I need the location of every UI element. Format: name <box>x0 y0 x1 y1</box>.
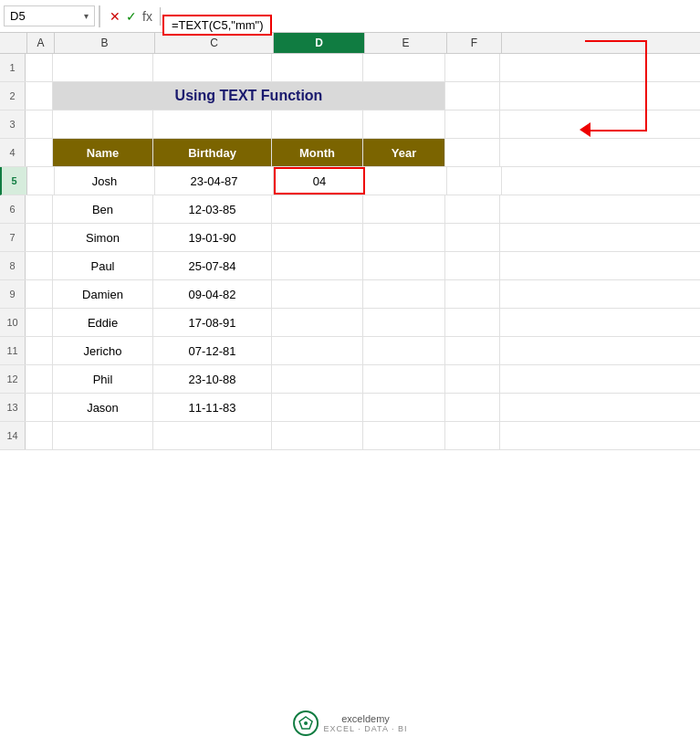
cell-b1[interactable] <box>53 54 153 81</box>
cell-a5[interactable] <box>27 167 55 195</box>
cell-e5-year[interactable] <box>365 167 447 195</box>
watermark-name: exceldemy <box>324 713 408 724</box>
cell-c5-birthday[interactable]: 23-04-87 <box>155 167 274 195</box>
cell-a3[interactable] <box>26 110 53 138</box>
cell-b9[interactable]: Damien <box>53 280 153 308</box>
col-header-d[interactable]: D <box>274 33 365 53</box>
cell-a12[interactable] <box>26 365 53 393</box>
cell-e13[interactable] <box>363 394 445 421</box>
cell-a2[interactable] <box>26 82 53 110</box>
cell-e7[interactable] <box>363 224 445 251</box>
grid-row: 1 <box>0 54 700 82</box>
cell-e14[interactable] <box>363 422 445 449</box>
grid-row-10: 10 Eddie 17-08-91 <box>0 309 700 337</box>
cell-d1[interactable] <box>272 54 363 81</box>
cell-a11[interactable] <box>26 337 53 364</box>
cell-c3[interactable] <box>153 110 272 138</box>
cell-a4[interactable] <box>26 139 53 166</box>
cell-c6[interactable]: 12-03-85 <box>153 195 272 223</box>
col-header-b[interactable]: B <box>55 33 155 53</box>
row-num-9: 9 <box>0 280 26 308</box>
cell-d6[interactable] <box>272 195 363 223</box>
cell-a7[interactable] <box>26 224 53 251</box>
formula-divider <box>160 7 161 26</box>
cell-b13[interactable]: Jason <box>53 394 153 421</box>
cell-a1[interactable] <box>26 54 53 81</box>
cell-d3[interactable] <box>272 110 363 138</box>
cell-b6[interactable]: Ben <box>53 195 153 223</box>
cell-c8[interactable]: 25-07-84 <box>153 252 272 279</box>
cell-e8[interactable] <box>363 252 445 279</box>
confirm-formula-icon[interactable]: ✓ <box>126 9 137 24</box>
cell-e1[interactable] <box>363 54 445 81</box>
cell-f14[interactable] <box>445 422 500 449</box>
formula-text: =TEXT(C5,"mm") <box>172 18 264 32</box>
row-num-8: 8 <box>0 252 26 279</box>
cell-b8[interactable]: Paul <box>53 252 153 279</box>
cell-d9[interactable] <box>272 280 363 308</box>
row-num-7: 7 <box>0 224 26 251</box>
cell-f4[interactable] <box>445 139 500 166</box>
cell-d12[interactable] <box>272 365 363 393</box>
corner-header <box>0 33 27 53</box>
cell-a8[interactable] <box>26 252 53 279</box>
cell-e11[interactable] <box>363 337 445 364</box>
cell-b5-name[interactable]: Josh <box>55 167 155 195</box>
col-header-f[interactable]: F <box>447 33 502 53</box>
cell-c11[interactable]: 07-12-81 <box>153 337 272 364</box>
cell-f8[interactable] <box>445 252 500 279</box>
cell-d14[interactable] <box>272 422 363 449</box>
cell-c9[interactable]: 09-04-82 <box>153 280 272 308</box>
fx-icon[interactable]: fx <box>142 9 152 24</box>
watermark-tagline: EXCEL · DATA · BI <box>324 724 408 733</box>
cell-b10[interactable]: Eddie <box>53 309 153 336</box>
cell-f12[interactable] <box>445 365 500 393</box>
cell-d10[interactable] <box>272 309 363 336</box>
cell-a10[interactable] <box>26 309 53 336</box>
col-header-c[interactable]: C <box>155 33 274 53</box>
cell-f13[interactable] <box>445 394 500 421</box>
cancel-formula-icon[interactable]: ✕ <box>110 9 120 24</box>
row-num-13: 13 <box>0 394 26 421</box>
cell-f1[interactable] <box>445 54 500 81</box>
cell-f6[interactable] <box>445 195 500 223</box>
cell-d8[interactable] <box>272 252 363 279</box>
cell-d7[interactable] <box>272 224 363 251</box>
cell-c13[interactable]: 11-11-83 <box>153 394 272 421</box>
cell-b11[interactable]: Jericho <box>53 337 153 364</box>
cell-e10[interactable] <box>363 309 445 336</box>
formula-bar: D5 ▾ ✕ ✓ fx =TEXT(C5,"mm") <box>0 0 700 33</box>
cell-e9[interactable] <box>363 280 445 308</box>
cell-c10[interactable]: 17-08-91 <box>153 309 272 336</box>
cell-f11[interactable] <box>445 337 500 364</box>
cell-a13[interactable] <box>26 394 53 421</box>
spreadsheet-container: A B C D E F 1 2 Using TEXT Function <box>0 33 700 450</box>
cell-f7[interactable] <box>445 224 500 251</box>
cell-b3[interactable] <box>53 110 153 138</box>
cell-a6[interactable] <box>26 195 53 223</box>
cell-b12[interactable]: Phil <box>53 365 153 393</box>
cell-f5[interactable] <box>447 167 502 195</box>
cell-c7[interactable]: 19-01-90 <box>153 224 272 251</box>
cell-e12[interactable] <box>363 365 445 393</box>
cell-c1[interactable] <box>153 54 272 81</box>
cell-c14[interactable] <box>153 422 272 449</box>
cell-b14[interactable] <box>53 422 153 449</box>
cell-e6[interactable] <box>363 195 445 223</box>
cell-d11[interactable] <box>272 337 363 364</box>
cell-e3[interactable] <box>363 110 445 138</box>
cell-f9[interactable] <box>445 280 500 308</box>
col-header-a[interactable]: A <box>27 33 55 53</box>
cell-a14[interactable] <box>26 422 53 449</box>
cell-a9[interactable] <box>26 280 53 308</box>
cell-d5-month-active[interactable]: 04 <box>274 167 365 195</box>
cell-b7[interactable]: Simon <box>53 224 153 251</box>
cell-f3[interactable] <box>445 110 500 138</box>
col-header-e[interactable]: E <box>365 33 447 53</box>
cell-f2[interactable] <box>445 82 500 110</box>
cell-f10[interactable] <box>445 309 500 336</box>
row-num-11: 11 <box>0 337 26 364</box>
cell-c12[interactable]: 23-10-88 <box>153 365 272 393</box>
cell-d13[interactable] <box>272 394 363 421</box>
cell-name-box[interactable]: D5 ▾ <box>4 5 95 26</box>
